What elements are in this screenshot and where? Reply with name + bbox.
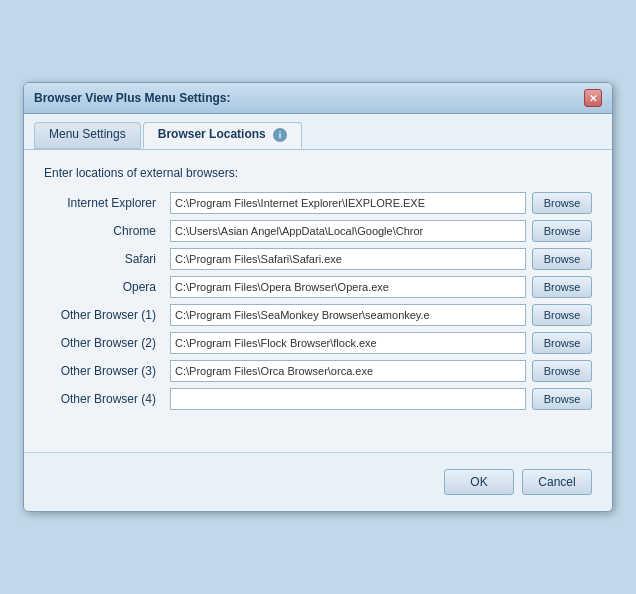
browser-row-other4: Other Browser (4)Browse xyxy=(44,388,592,410)
tab-menu-settings[interactable]: Menu Settings xyxy=(34,122,141,149)
browser-row-ie: Internet ExplorerBrowse xyxy=(44,192,592,214)
browse-button-safari[interactable]: Browse xyxy=(532,248,592,270)
browse-button-chrome[interactable]: Browse xyxy=(532,220,592,242)
cancel-button[interactable]: Cancel xyxy=(522,469,592,495)
path-input-other2[interactable] xyxy=(170,332,526,354)
browser-label-opera: Opera xyxy=(44,280,164,294)
browser-row-other1: Other Browser (1)Browse xyxy=(44,304,592,326)
tab-bar: Menu Settings Browser Locations i xyxy=(24,114,612,150)
browser-row-other3: Other Browser (3)Browse xyxy=(44,360,592,382)
path-input-other1[interactable] xyxy=(170,304,526,326)
tab-browser-locations[interactable]: Browser Locations i xyxy=(143,122,302,149)
window-title: Browser View Plus Menu Settings: xyxy=(34,91,231,105)
browse-button-other3[interactable]: Browse xyxy=(532,360,592,382)
browser-label-safari: Safari xyxy=(44,252,164,266)
path-input-ie[interactable] xyxy=(170,192,526,214)
path-input-other4[interactable] xyxy=(170,388,526,410)
browser-row-other2: Other Browser (2)Browse xyxy=(44,332,592,354)
path-input-other3[interactable] xyxy=(170,360,526,382)
browser-label-chrome: Chrome xyxy=(44,224,164,238)
browse-button-other1[interactable]: Browse xyxy=(532,304,592,326)
browser-label-ie: Internet Explorer xyxy=(44,196,164,210)
ok-button[interactable]: OK xyxy=(444,469,514,495)
main-window: Browser View Plus Menu Settings: ✕ Menu … xyxy=(23,82,613,512)
footer: OK Cancel xyxy=(24,452,612,511)
content-area: Enter locations of external browsers: In… xyxy=(24,150,612,432)
path-input-opera[interactable] xyxy=(170,276,526,298)
browser-label-other1: Other Browser (1) xyxy=(44,308,164,322)
browse-button-other4[interactable]: Browse xyxy=(532,388,592,410)
browse-button-opera[interactable]: Browse xyxy=(532,276,592,298)
browser-label-other2: Other Browser (2) xyxy=(44,336,164,350)
tab-menu-settings-label: Menu Settings xyxy=(49,127,126,141)
browser-row-safari: SafariBrowse xyxy=(44,248,592,270)
browser-rows-container: Internet ExplorerBrowseChromeBrowseSafar… xyxy=(44,192,592,410)
close-button[interactable]: ✕ xyxy=(584,89,602,107)
browser-label-other4: Other Browser (4) xyxy=(44,392,164,406)
title-bar: Browser View Plus Menu Settings: ✕ xyxy=(24,83,612,114)
browse-button-other2[interactable]: Browse xyxy=(532,332,592,354)
browser-row-chrome: ChromeBrowse xyxy=(44,220,592,242)
tab-browser-locations-label: Browser Locations xyxy=(158,127,266,141)
browser-label-other3: Other Browser (3) xyxy=(44,364,164,378)
browser-row-opera: OperaBrowse xyxy=(44,276,592,298)
browse-button-ie[interactable]: Browse xyxy=(532,192,592,214)
section-label: Enter locations of external browsers: xyxy=(44,166,592,180)
tab-icon: i xyxy=(273,128,287,142)
path-input-chrome[interactable] xyxy=(170,220,526,242)
path-input-safari[interactable] xyxy=(170,248,526,270)
